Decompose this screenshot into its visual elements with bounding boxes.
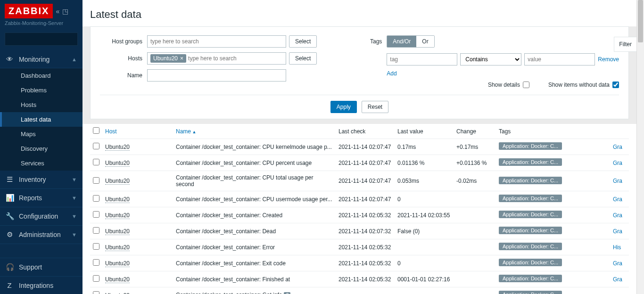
nav-section-monitoring[interactable]: 👁 Monitoring ▲ xyxy=(0,50,83,68)
nav-item-services[interactable]: Services xyxy=(0,156,83,171)
row-action-link[interactable]: Gra xyxy=(613,276,622,283)
select-all-checkbox[interactable] xyxy=(93,127,99,134)
sidebar-expand-icon[interactable]: ◳ xyxy=(62,8,68,15)
name-input[interactable] xyxy=(147,69,286,82)
help-icon[interactable]: ? xyxy=(284,292,290,294)
table-row: Ubuntu20Container /docker_test_container… xyxy=(90,255,629,271)
tag-pill[interactable]: Application: Docker: C... xyxy=(499,259,562,266)
change xyxy=(454,191,496,207)
sidebar-collapse-icon[interactable]: « xyxy=(56,8,59,15)
show-without-data-checkbox[interactable] xyxy=(612,82,619,88)
col-host[interactable]: Host xyxy=(105,128,117,135)
nav-item-dashboard[interactable]: Dashboard xyxy=(0,68,83,83)
row-checkbox[interactable] xyxy=(93,275,99,282)
tag-operator-select[interactable]: Contains xyxy=(460,53,521,65)
nav-section-administration[interactable]: ⚙ Administration ▼ xyxy=(0,226,83,244)
host-tag[interactable]: Ubuntu20 × xyxy=(150,54,186,63)
tag-value-input[interactable] xyxy=(524,53,595,65)
reset-button[interactable]: Reset xyxy=(362,101,388,113)
nav-section-configuration[interactable]: 🔧 Configuration ▼ xyxy=(0,207,83,226)
host-link[interactable]: Ubuntu20 xyxy=(105,196,130,203)
seg-andor[interactable]: And/Or xyxy=(387,36,416,47)
host-link[interactable]: Ubuntu20 xyxy=(105,160,130,167)
host-link[interactable]: Ubuntu20 xyxy=(105,228,130,235)
scrollbar-thumb[interactable] xyxy=(638,0,643,42)
apply-button[interactable]: Apply xyxy=(330,101,357,113)
host-link[interactable]: Ubuntu20 xyxy=(105,276,130,283)
col-last-check: Last check xyxy=(336,124,395,139)
nav-item-discovery[interactable]: Discovery xyxy=(0,141,83,156)
row-checkbox[interactable] xyxy=(93,195,99,202)
nav-item-maps[interactable]: Maps xyxy=(0,127,83,141)
host-groups-field[interactable] xyxy=(150,37,283,46)
host-link[interactable]: Ubuntu20 xyxy=(105,244,130,251)
tag-pill[interactable]: Application: Docker: C... xyxy=(499,243,562,250)
tag-pill[interactable]: Application: Docker: C... xyxy=(499,142,562,150)
logo[interactable]: ZABBIX xyxy=(5,4,53,18)
tag-remove-link[interactable]: Remove xyxy=(598,56,619,63)
row-action-link[interactable]: Gra xyxy=(613,260,622,267)
tag-pill[interactable]: Application: Docker: C... xyxy=(499,195,562,202)
table-row: Ubuntu20Container /docker_test_container… xyxy=(90,207,629,223)
nav-item-integrations[interactable]: Z Integrations xyxy=(0,276,83,294)
hosts-field[interactable] xyxy=(188,54,283,63)
scrollbar[interactable] xyxy=(636,0,644,294)
tag-add-link[interactable]: Add xyxy=(387,70,396,77)
row-action-link[interactable]: His xyxy=(613,244,621,251)
nav-section-reports[interactable]: 📊 Reports ▼ xyxy=(0,189,83,207)
item-name: Container /docker_test_container: Finish… xyxy=(173,271,336,287)
tag-pill[interactable]: Application: Docker: C... xyxy=(499,177,562,184)
seg-or[interactable]: Or xyxy=(416,36,434,47)
row-checkbox[interactable] xyxy=(93,211,99,218)
row-checkbox[interactable] xyxy=(93,227,99,234)
last-check: 2021-11-14 02:05:32 xyxy=(336,239,395,255)
row-checkbox[interactable] xyxy=(93,159,99,165)
change xyxy=(454,207,496,223)
row-action-link[interactable]: Gra xyxy=(613,178,622,184)
host-groups-select-button[interactable]: Select xyxy=(289,35,317,48)
row-checkbox[interactable] xyxy=(93,291,99,294)
tag-name-input[interactable] xyxy=(387,53,457,65)
host-link[interactable]: Ubuntu20 xyxy=(105,292,130,294)
row-checkbox[interactable] xyxy=(93,177,99,184)
nav-item-support[interactable]: 🎧 Support xyxy=(0,258,83,276)
change xyxy=(454,239,496,255)
row-action-link[interactable]: Gra xyxy=(613,144,622,150)
hosts-input[interactable]: Ubuntu20 × xyxy=(147,52,286,65)
row-action-link[interactable]: Gra xyxy=(613,196,622,203)
tag-pill[interactable]: Application: Docker: C... xyxy=(499,158,562,166)
row-checkbox[interactable] xyxy=(93,259,99,266)
nav-item-problems[interactable]: Problems xyxy=(0,83,83,98)
host-link[interactable]: Ubuntu20 xyxy=(105,260,130,267)
host-link[interactable]: Ubuntu20 xyxy=(105,144,130,151)
last-value xyxy=(395,287,454,294)
name-label: Name xyxy=(100,69,147,79)
row-checkbox[interactable] xyxy=(93,243,99,250)
filter-tab[interactable]: Filter xyxy=(614,37,636,52)
search-box[interactable]: 🔍 xyxy=(5,33,78,46)
tag-pill[interactable]: Application: Docker: C... xyxy=(499,211,562,218)
row-action-link[interactable]: Gra xyxy=(613,212,622,219)
close-icon[interactable]: × xyxy=(180,55,183,62)
row-checkbox[interactable] xyxy=(93,143,99,149)
show-details-checkbox[interactable] xyxy=(523,82,529,88)
row-action-link[interactable]: Gra xyxy=(613,228,622,235)
nav-footer: 🎧 Support Z Integrations xyxy=(0,258,83,294)
item-name: Container /docker_test_container: Error xyxy=(173,239,336,255)
col-name[interactable]: Name xyxy=(176,128,196,135)
nav-section-inventory[interactable]: ☰ Inventory ▼ xyxy=(0,171,83,189)
host-groups-input[interactable] xyxy=(147,35,286,48)
row-action-link[interactable]: Gra xyxy=(613,160,622,166)
host-link[interactable]: Ubuntu20 xyxy=(105,212,130,219)
nav-item-hosts[interactable]: Hosts xyxy=(0,98,83,112)
search-input[interactable] xyxy=(5,36,83,42)
table-row: Ubuntu20Container /docker_test_container… xyxy=(90,171,629,191)
nav-item-latest-data[interactable]: Latest data xyxy=(0,112,83,127)
tag-pill[interactable]: Application: Docker: C... xyxy=(499,227,562,234)
tag-pill[interactable]: Application: Docker: C... xyxy=(499,275,562,282)
tags-andor-toggle[interactable]: And/Or Or xyxy=(387,35,434,48)
hosts-select-button[interactable]: Select xyxy=(289,52,317,65)
nav-sub-monitoring: Dashboard Problems Hosts Latest data Map… xyxy=(0,68,83,171)
host-link[interactable]: Ubuntu20 xyxy=(105,178,130,185)
tag-pill[interactable]: Application: Docker: C... xyxy=(499,291,562,294)
